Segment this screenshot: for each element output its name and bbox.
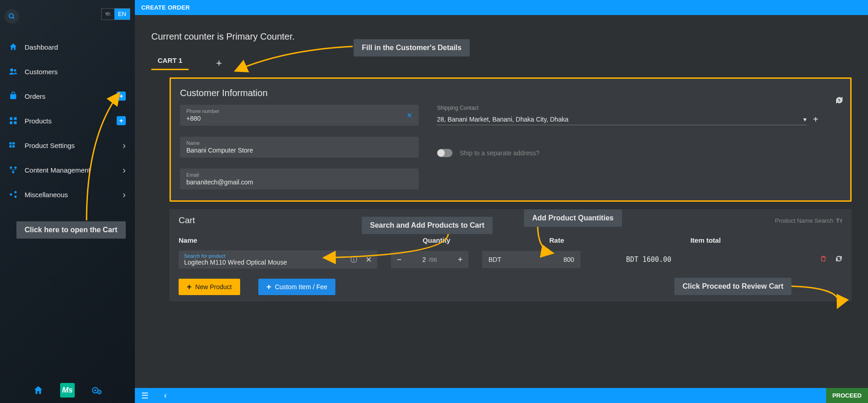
quantity-decrease[interactable]: −	[391, 255, 407, 265]
rate-field[interactable]: BDT 800	[482, 251, 580, 268]
refresh-customer-button[interactable]	[835, 96, 843, 106]
search-button[interactable]	[5, 9, 19, 24]
sidebar-item-label: Product Settings	[25, 142, 75, 149]
sidebar-item-dashboard[interactable]: Dashboard	[0, 35, 135, 59]
settings-sync-icon[interactable]	[90, 384, 103, 397]
svg-point-13	[10, 167, 12, 169]
chevron-right-icon: ›	[123, 189, 126, 200]
svg-rect-12	[12, 145, 15, 148]
svg-point-0	[9, 14, 13, 18]
orders-icon	[8, 91, 18, 101]
lang-en[interactable]: EN	[114, 9, 130, 20]
cart-card: Cart Product Name Search Tт Name Quantit…	[169, 209, 852, 301]
content-area: Current counter is Primary Counter. CART…	[135, 15, 868, 388]
svg-rect-9	[10, 142, 12, 144]
misc-icon	[8, 189, 18, 199]
refresh-item-button[interactable]	[835, 255, 842, 264]
chevron-right-icon: ›	[123, 140, 126, 151]
shipping-contact-select[interactable]: 28, Banani Market, Banani, Dhaka City, D…	[437, 114, 806, 125]
email-value: bananitech@gmail.com	[186, 179, 412, 186]
col-name: Name	[179, 236, 391, 244]
product-name-search-toggle[interactable]: Product Name Search Tт	[775, 217, 842, 224]
sidebar-item-label: Orders	[25, 92, 46, 100]
svg-point-17	[15, 191, 17, 194]
custom-item-button[interactable]: + Custom Item / Fee	[258, 279, 336, 295]
shipping-contact-value: 28, Banani Market, Banani, Dhaka City, D…	[437, 116, 568, 123]
name-field[interactable]: Name Banani Computer Store	[180, 137, 419, 158]
quantity-stepper: − 2 /96 +	[391, 251, 468, 268]
svg-rect-10	[12, 142, 15, 144]
col-item-total: Item total	[591, 236, 801, 244]
proceed-button[interactable]: PROCEED	[826, 388, 868, 403]
svg-rect-5	[10, 117, 13, 120]
svg-point-16	[10, 194, 12, 196]
plus-icon: +	[187, 282, 192, 292]
text-format-icon: Tт	[836, 217, 842, 224]
svg-rect-7	[10, 122, 13, 124]
add-order-button[interactable]: +	[117, 92, 126, 101]
add-cart-tab[interactable]: +	[216, 57, 222, 69]
sidebar-item-label: Miscellaneous	[25, 191, 68, 199]
sidebar-item-customers[interactable]: Customers	[0, 59, 135, 84]
users-icon	[8, 66, 18, 77]
back-icon[interactable]: ‹	[164, 391, 167, 401]
sidebar-item-content-management[interactable]: Content Management ›	[0, 158, 135, 182]
name-label: Name	[186, 140, 412, 146]
page-header: CREATE ORDER	[135, 0, 868, 15]
svg-point-22	[99, 392, 100, 393]
svg-point-20	[94, 389, 96, 391]
delete-item-button[interactable]	[820, 255, 827, 264]
tab-cart-1[interactable]: CART 1	[151, 56, 189, 70]
main-area: CREATE ORDER Current counter is Primary …	[135, 0, 868, 403]
bottom-bar: ☰ ‹ PROCEED	[135, 388, 868, 403]
help-icon[interactable]: ⓘ	[350, 255, 357, 264]
quantity-value[interactable]: 2 /96	[407, 256, 452, 263]
sidebar-item-products[interactable]: Products +	[0, 108, 135, 133]
search-icon	[8, 13, 15, 20]
plus-icon: +	[267, 282, 272, 292]
cart-row: Search for product Logitech M110 Wired O…	[179, 250, 842, 269]
sidebar-item-label: Content Management	[25, 166, 90, 174]
menu-icon[interactable]: ☰	[141, 391, 149, 401]
home-icon	[8, 42, 18, 52]
svg-point-14	[15, 167, 17, 169]
quantity-increase[interactable]: +	[452, 255, 468, 265]
shipping-contact-label: Shipping Contact	[437, 105, 818, 111]
phone-label: Phone number	[186, 108, 412, 114]
clear-product-button[interactable]: ✕	[365, 255, 372, 265]
svg-point-3	[14, 69, 16, 71]
cart-tabs: CART 1 +	[151, 56, 868, 70]
svg-rect-4	[10, 94, 16, 99]
home-bottom-icon[interactable]	[32, 384, 45, 397]
language-toggle[interactable]: বাং EN	[101, 8, 130, 20]
cart-column-headers: Name Quantity Rate Item total	[179, 236, 842, 244]
email-label: Email	[186, 172, 412, 178]
ship-separate-label: Ship to a separate address?	[460, 149, 539, 157]
customer-info-highlight: Customer Information Phone number +880 ✕…	[169, 77, 852, 202]
ms-app-icon[interactable]: Ms	[60, 383, 75, 398]
lang-bn[interactable]: বাং	[102, 9, 114, 20]
svg-point-18	[15, 196, 17, 198]
product-search-value: Logitech M110 Wired Optical Mouse	[184, 259, 372, 266]
col-rate: Rate	[482, 236, 591, 244]
phone-value: +880	[186, 115, 412, 122]
product-search-label: Search for product	[184, 253, 372, 259]
svg-rect-6	[14, 117, 17, 120]
product-settings-icon	[8, 140, 18, 150]
page-title: CREATE ORDER	[141, 4, 190, 11]
clear-phone-button[interactable]: ✕	[406, 111, 412, 120]
phone-field[interactable]: Phone number +880 ✕	[180, 105, 419, 126]
col-quantity: Quantity	[391, 236, 482, 244]
sidebar-item-product-settings[interactable]: Product Settings ›	[0, 133, 135, 158]
add-product-button[interactable]: +	[117, 116, 126, 125]
sidebar-item-orders[interactable]: Orders +	[0, 84, 135, 108]
sidebar-item-miscellaneous[interactable]: Miscellaneous ›	[0, 182, 135, 207]
new-product-button[interactable]: + New Product	[179, 279, 240, 295]
ship-separate-toggle[interactable]	[437, 149, 452, 157]
content-icon	[8, 165, 18, 175]
add-shipping-contact[interactable]: +	[813, 114, 818, 125]
rate-currency: BDT	[488, 256, 501, 263]
chevron-right-icon: ›	[123, 165, 126, 175]
product-search-field[interactable]: Search for product Logitech M110 Wired O…	[179, 250, 377, 269]
email-field[interactable]: Email bananitech@gmail.com	[180, 168, 419, 189]
